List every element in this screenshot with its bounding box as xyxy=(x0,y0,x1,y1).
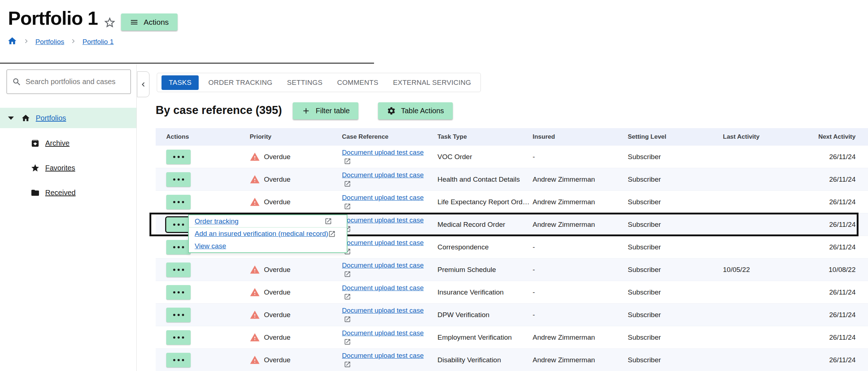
row-actions-cell xyxy=(156,353,250,367)
actions-button-label: Actions xyxy=(144,18,169,27)
tab-settings[interactable]: SETTINGS xyxy=(282,75,327,90)
case-reference-link[interactable]: Document upload test case xyxy=(342,329,424,337)
more-dots-icon xyxy=(173,269,175,271)
row-actions-cell xyxy=(156,330,250,345)
external-link-icon[interactable] xyxy=(344,203,351,210)
table-row[interactable]: Overdue Document upload test case Premiu… xyxy=(156,258,868,281)
table-row[interactable]: Overdue Document upload test case Life E… xyxy=(156,191,868,213)
row-actions-cell xyxy=(156,172,250,187)
tab-order-tracking[interactable]: ORDER TRACKING xyxy=(203,75,277,90)
case-reference-link[interactable]: Document upload test case xyxy=(342,307,424,314)
external-link-icon[interactable] xyxy=(344,180,351,188)
case-reference-link[interactable]: Document upload test case xyxy=(342,194,424,201)
table-row[interactable]: Overdue Document upload test case Insura… xyxy=(156,281,868,304)
tab-external-servicing[interactable]: EXTERNAL SERVICING xyxy=(388,75,476,90)
menu-item-label[interactable]: View case xyxy=(195,242,226,250)
menu-item-label[interactable]: Add an insured verification (medical rec… xyxy=(195,230,328,238)
more-dots-icon xyxy=(178,246,180,248)
more-dots-icon xyxy=(178,156,180,158)
sidebar-item-received[interactable]: Received xyxy=(0,182,136,203)
table-actions-label: Table Actions xyxy=(401,107,444,115)
row-actions-button[interactable] xyxy=(166,150,191,164)
last-activity-cell: 10/05/22 xyxy=(723,266,807,274)
external-link-icon[interactable] xyxy=(344,316,351,323)
priority-cell: Overdue xyxy=(250,174,342,185)
breadcrumb-portfolios-link[interactable]: Portfolios xyxy=(35,38,64,46)
case-reference-link[interactable]: Document upload test case xyxy=(342,171,424,179)
folder-icon xyxy=(31,188,40,197)
tab-comments[interactable]: COMMENTS xyxy=(332,75,384,90)
external-link-icon[interactable] xyxy=(344,293,351,300)
favorite-star-icon[interactable] xyxy=(103,16,116,31)
row-actions-button[interactable] xyxy=(166,285,191,300)
sidebar-item-label[interactable]: Favorites xyxy=(45,164,75,172)
task-type-cell: Disability Verification xyxy=(437,356,533,364)
more-dots-icon xyxy=(182,246,184,248)
next-activity-cell: 26/11/24 xyxy=(807,198,868,206)
priority-cell: Overdue xyxy=(250,265,342,275)
external-link-icon[interactable] xyxy=(344,271,351,278)
priority-cell: Overdue xyxy=(250,152,342,162)
actions-button[interactable]: Actions xyxy=(121,13,178,31)
search-icon xyxy=(12,77,22,87)
filter-table-label: Filter table xyxy=(316,107,350,115)
external-link-icon[interactable] xyxy=(344,338,351,346)
sidebar-item-label[interactable]: Archive xyxy=(45,139,70,147)
more-dots-icon xyxy=(178,314,180,316)
menu-item-order-tracking[interactable]: Order tracking xyxy=(189,215,347,228)
row-actions-button[interactable] xyxy=(166,263,191,277)
row-actions-button[interactable] xyxy=(166,217,191,232)
more-dots-icon xyxy=(182,201,184,203)
sidebar-item-label[interactable]: Portfolios xyxy=(36,114,66,122)
table-row[interactable]: Overdue Document upload test case Disabi… xyxy=(156,349,868,371)
table-actions-button[interactable]: Table Actions xyxy=(378,102,453,119)
sidebar-item-archive[interactable]: Archive xyxy=(0,133,136,153)
tab-tasks[interactable]: TASKS xyxy=(161,75,199,90)
sidebar-item-label[interactable]: Received xyxy=(45,189,75,197)
more-dots-icon xyxy=(178,178,180,181)
chevron-right-icon xyxy=(69,37,77,47)
row-actions-button[interactable] xyxy=(166,240,191,254)
case-reference-link[interactable]: Document upload test case xyxy=(342,352,424,359)
row-actions-button[interactable] xyxy=(166,308,191,322)
sidebar-item-portfolios[interactable]: Portfolios xyxy=(0,108,136,128)
table-row[interactable]: Overdue Document upload test case DPW Ve… xyxy=(156,304,868,326)
priority-cell: Overdue xyxy=(250,197,342,207)
more-dots-icon xyxy=(182,291,184,293)
external-link-icon xyxy=(328,230,336,238)
next-activity-cell: 26/11/24 xyxy=(807,311,868,319)
case-reference-link[interactable]: Document upload test case xyxy=(342,149,424,156)
table-row[interactable]: Overdue Document upload test case Health… xyxy=(156,168,868,191)
case-reference-link[interactable]: Document upload test case xyxy=(342,216,424,224)
column-header-insured: Insured xyxy=(533,133,628,141)
menu-item-label[interactable]: Order tracking xyxy=(195,217,238,225)
home-icon[interactable] xyxy=(7,36,17,48)
task-type-cell: Employment Verification xyxy=(437,333,533,342)
expand-caret-icon[interactable] xyxy=(8,117,14,120)
menu-item-view-case[interactable]: View case xyxy=(189,240,347,252)
external-link-icon[interactable] xyxy=(344,158,351,165)
sidebar-item-favorites[interactable]: Favorites xyxy=(0,158,136,178)
filter-table-button[interactable]: Filter table xyxy=(293,102,358,119)
more-dots-icon xyxy=(173,291,175,293)
case-reference-link[interactable]: Document upload test case xyxy=(342,284,424,292)
case-reference-link[interactable]: Document upload test case xyxy=(342,239,424,246)
row-actions-cell xyxy=(156,285,250,300)
search-input[interactable] xyxy=(26,78,125,86)
menu-item-add-insured-verification[interactable]: Add an insured verification (medical rec… xyxy=(189,228,347,240)
plus-icon xyxy=(301,106,311,115)
case-reference-link[interactable]: Document upload test case xyxy=(342,261,424,269)
row-actions-button[interactable] xyxy=(166,353,191,367)
case-reference-cell: Document upload test case xyxy=(342,329,437,346)
table-body: Overdue Document upload test case VOC Or… xyxy=(156,146,868,371)
breadcrumb-portfolio-1-link[interactable]: Portfolio 1 xyxy=(82,38,114,46)
external-link-icon[interactable] xyxy=(344,361,351,368)
row-actions-button[interactable] xyxy=(166,172,191,187)
row-actions-button[interactable] xyxy=(166,195,191,209)
row-actions-button[interactable] xyxy=(166,330,191,345)
table-row[interactable]: Overdue Document upload test case VOC Or… xyxy=(156,146,868,168)
row-actions-cell xyxy=(156,195,250,209)
table-row[interactable]: Overdue Document upload test case Employ… xyxy=(156,326,868,349)
sidebar-collapse-button[interactable] xyxy=(137,71,149,97)
priority-cell: Overdue xyxy=(250,332,342,343)
